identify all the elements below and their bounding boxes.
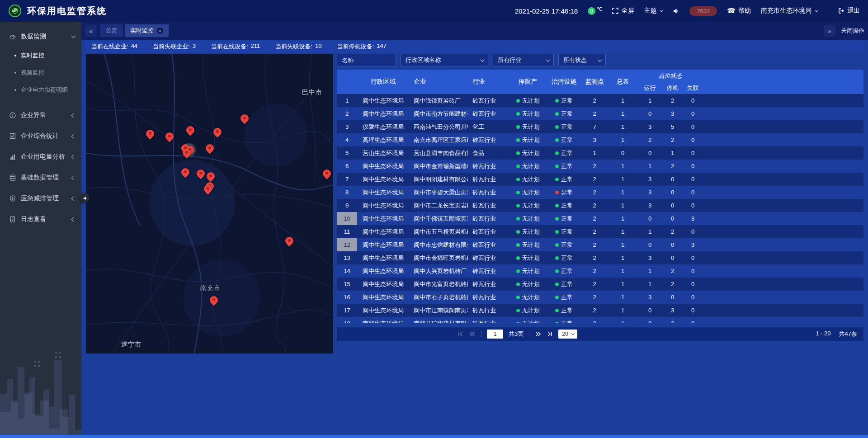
prev-page-button[interactable] [469, 331, 476, 337]
logout-icon [838, 8, 844, 14]
region-filter-select[interactable]: 行政区域名称 [401, 54, 488, 66]
table-row[interactable]: 2阆中生态环境局阆中市南方节能建材有砖瓦行业无计划正常21030 [337, 107, 863, 120]
stat-label: 当前停机设备: [337, 42, 374, 51]
sidebar-group-label: 基础数据管理 [21, 174, 67, 182]
cell-run: 2 [637, 133, 662, 146]
mute-button[interactable] [673, 8, 679, 14]
cell-total: 1 [608, 94, 637, 107]
sidebar-item-video-monitor[interactable]: 视频监控 [0, 64, 81, 81]
first-page-button[interactable] [458, 331, 464, 337]
close-operations-button[interactable]: 关闭操作 [841, 27, 864, 35]
table-row[interactable]: 11阆中生态环境局阆中市五马桥页岩机砖砖瓦行业无计划正常21120 [337, 225, 863, 238]
cell-stop: 1 [662, 146, 683, 160]
sidebar-group-emergency-reduction[interactable]: 应急减排管理 [0, 188, 81, 209]
sidebar-collapse-toggle[interactable]: ◀ [80, 193, 90, 203]
cell-total: 1 [608, 199, 637, 212]
point-status-group-header: 点位状态 [637, 70, 703, 82]
table-row[interactable]: 8阆中生态环境局阆中市枣碧大梁山页岩砖瓦行业无计划异常21300 [337, 186, 863, 199]
industry-filter-select[interactable]: 所有行业 [493, 54, 554, 66]
tab-home[interactable]: 首页 [100, 24, 123, 37]
map-pin[interactable] [204, 185, 212, 193]
table-row[interactable]: 12阆中生态环境局阆中市忠信建材有限公砖瓦行业无计划正常21003 [337, 238, 863, 251]
table-row[interactable]: 9阆中生态环境局阆中市二龙长宝页岩砖砖瓦行业无计划正常21300 [337, 199, 863, 212]
map-pin[interactable] [285, 237, 293, 245]
map-panel[interactable]: 巴中市南充市遂宁市 [86, 54, 333, 353]
cell-run: 0 [637, 304, 662, 317]
sidebar-group-enterprise-stats[interactable]: 企业综合统计 [0, 126, 81, 146]
page-number-input[interactable] [487, 330, 503, 339]
status-filter-select[interactable]: 所有状态 [558, 54, 606, 66]
tab-realtime[interactable]: 实时监控× [125, 24, 169, 37]
cell-facility: 正常 [547, 251, 581, 264]
sidebar-menu: 数据监测实时监控视频监控企业电力负荷明细企业异常企业综合统计企业用电量分析基础数… [0, 22, 81, 230]
sidebar-item-power-load-detail[interactable]: 企业电力负荷明细 [0, 81, 81, 99]
cell-total: 1 [608, 291, 637, 304]
table-row[interactable]: 1阆中生态环境局阆中强锐页岩砖厂砖瓦行业无计划正常21120 [337, 94, 863, 107]
map-pin[interactable] [241, 114, 249, 122]
name-filter-input[interactable] [337, 54, 396, 66]
cell-index: 10 [337, 212, 357, 225]
logout-button[interactable]: 退出 [838, 7, 860, 15]
table-row[interactable]: 15阆中生态环境局阆中市光富页岩机砖厂砖瓦行业无计划正常21120 [337, 278, 863, 291]
datetime-label: 2021-02-25 17:46:18 [515, 7, 578, 15]
tab-close-icon[interactable]: × [157, 28, 163, 34]
status-dot-icon [516, 283, 520, 286]
cell-industry: 砖瓦行业 [468, 291, 509, 304]
map-pin[interactable] [146, 130, 154, 138]
skyline-decoration [0, 299, 81, 435]
database-icon [9, 174, 16, 181]
cell-total: 1 [608, 107, 637, 120]
cell-industry: 砖瓦行业 [468, 238, 509, 251]
next-page-button[interactable] [535, 331, 541, 337]
cell-run: 3 [637, 291, 662, 304]
help-button[interactable]: ☎ 帮助 [727, 7, 751, 15]
map-pin[interactable] [207, 172, 215, 180]
table-row[interactable]: 14阆中生态环境局阆中大兴页岩机砖厂砖瓦行业无计划正常21120 [337, 264, 863, 278]
sidebar-group-base-data[interactable]: 基础数据管理 [0, 167, 81, 188]
tabs-scroll-left-button[interactable]: « [85, 25, 97, 37]
table-header: 行政区域 企业 行业 停限产 治污设施 监测点 总表 点位状态 运行 停机 失联 [337, 70, 863, 94]
cell-lost: 0 [683, 173, 703, 186]
table-row[interactable]: 4高坪生态环境局南充市高坪区王家店建砖瓦行业无计划正常31220 [337, 133, 863, 146]
cell-stop: 2 [662, 94, 683, 107]
map-pin[interactable] [197, 170, 205, 178]
map-pin[interactable] [181, 168, 189, 176]
theme-dropdown[interactable]: 主题 [644, 7, 663, 15]
stats-bar: 当前在线企业:44当前失联企业:3当前在线设备:211当前失联设备:10当前停机… [86, 41, 863, 52]
table-row[interactable]: 17阆中生态环境局阆中市江南镇阆南页岩砖瓦行业无计划正常21030 [337, 304, 863, 317]
sidebar-group-label: 企业用电量分析 [21, 153, 67, 161]
sidebar-item-realtime-monitor[interactable]: 实时监控 [0, 47, 81, 64]
sidebar-group-log-view[interactable]: 日志查看 [0, 209, 81, 230]
table-row[interactable]: 10阆中生态环境局阆中千佛镇五郎垭页岩砖瓦行业无计划正常21003 [337, 212, 863, 225]
map-pin[interactable] [206, 144, 214, 152]
map-pin[interactable] [186, 126, 194, 134]
map-pin[interactable] [323, 170, 331, 178]
map-pin[interactable] [210, 296, 218, 304]
map-pin[interactable] [165, 132, 174, 141]
table-row[interactable]: 3仪陇生态环境局西南油气田分公司川中化工无计划正常71350 [337, 120, 863, 133]
sidebar-group-enterprise-abnormal[interactable]: 企业异常 [0, 105, 81, 126]
last-page-button[interactable] [547, 331, 553, 337]
map-pin[interactable] [213, 128, 222, 136]
table-row[interactable]: 5营山生态环境局营山县润丰肉食品有限食品无计划正常10010 [337, 146, 863, 160]
sidebar-group-data-monitor[interactable]: 数据监测 [0, 26, 81, 47]
divider [828, 7, 828, 14]
fullscreen-button[interactable]: 全屏 [612, 7, 634, 15]
stat-label: 当前失联企业: [153, 42, 190, 51]
page-size-select[interactable]: 20 [558, 330, 577, 339]
status-dot-icon [516, 217, 520, 221]
table-row[interactable]: 7阆中生态环境局阆中明阳建材有限公司砖瓦行业无计划正常21300 [337, 173, 863, 186]
cell-stop: 2 [662, 264, 683, 278]
org-dropdown[interactable]: 南充市生态环境局 [761, 7, 818, 15]
cell-company: 阆中市枣碧大梁山页岩 [409, 186, 468, 199]
table-row[interactable]: 16阆中生态环境局阆中市石子页岩机砖厂砖瓦行业无计划正常21300 [337, 291, 863, 304]
table-row[interactable]: 13阆中生态环境局阆中市金福旺页岩机砖砖瓦行业无计划正常21300 [337, 251, 863, 264]
map-pin[interactable] [183, 149, 191, 157]
table-row[interactable]: 18南部生态环境局南部县瑞华建材有限公砖瓦行业无计划正常21030 [337, 317, 863, 323]
cell-facility: 正常 [547, 225, 581, 238]
alert-count-badge[interactable]: 2632 [689, 6, 717, 16]
tabs-scroll-right-button[interactable]: » [824, 25, 835, 37]
table-row[interactable]: 6阆中生态环境局阆中市金博瑞新型墙材砖瓦行业无计划正常21120 [337, 160, 863, 173]
sidebar-group-power-analysis[interactable]: 企业用电量分析 [0, 146, 81, 167]
chevron-down-icon [815, 8, 818, 12]
